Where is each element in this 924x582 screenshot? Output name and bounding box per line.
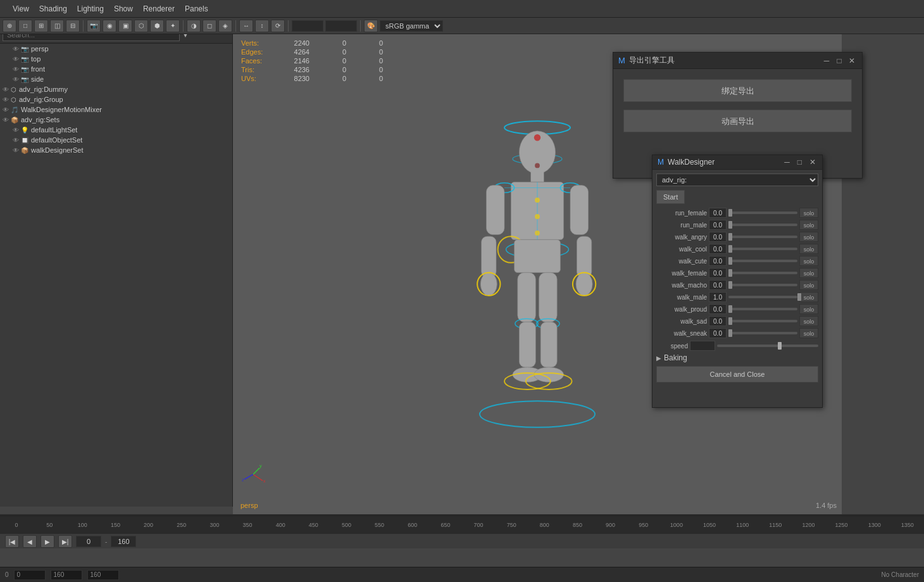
timeline-next-btn[interactable]: ▶| [58, 535, 72, 548]
toolbar-btn-10[interactable]: ✦ [166, 20, 180, 32]
wd-slider-val-0[interactable] [709, 208, 727, 218]
wd-solo-btn-4[interactable]: solo [799, 256, 818, 266]
wd-slider-val-10[interactable] [709, 328, 727, 338]
outliner-item[interactable]: 👁📷top [0, 54, 232, 64]
wd-slider-val-8[interactable] [709, 304, 727, 314]
outliner-item[interactable]: 👁📦walkDesignerSet [0, 145, 232, 155]
outliner-item[interactable]: 👁⬡adv_rig:Dummy [0, 84, 232, 94]
ruler-tick: 900 [594, 522, 627, 528]
wd-solo-btn-7[interactable]: solo [799, 292, 818, 302]
verts-value: 2240 [278, 39, 309, 47]
wd-slider-track-4[interactable] [728, 260, 797, 262]
wd-speed-slider[interactable] [717, 345, 818, 347]
export-close-btn[interactable]: ✕ [847, 56, 857, 66]
toolbar-btn-wire[interactable]: ◻ [203, 20, 216, 32]
outliner-item[interactable]: 👁💡defaultLightSet [0, 125, 232, 135]
toolbar-btn-3[interactable]: ⊞ [34, 20, 48, 32]
walkdesigner-minimize-btn[interactable]: ─ [783, 158, 791, 167]
wd-slider-val-2[interactable] [709, 232, 727, 242]
toolbar-btn-8[interactable]: ⬡ [134, 20, 148, 32]
wd-cancel-close-button[interactable]: Cancel and Close [656, 366, 818, 383]
walkdesigner-maximize-btn[interactable]: □ [796, 158, 803, 167]
wd-start-button[interactable]: Start [656, 190, 685, 204]
toolbar-btn-9[interactable]: ⬢ [150, 20, 164, 32]
viewport-menu-show[interactable]: Show [109, 3, 138, 15]
outliner-item[interactable]: 👁🔲defaultObjectSet [0, 135, 232, 145]
wd-slider-track-6[interactable] [728, 284, 797, 286]
wd-solo-btn-2[interactable]: solo [799, 232, 818, 242]
wd-speed-input[interactable]: 1.00 [690, 341, 715, 351]
outliner-item[interactable]: 👁📷persp [0, 44, 232, 54]
wd-slider-track-7[interactable] [728, 296, 797, 298]
wd-slider-val-5[interactable] [709, 268, 727, 278]
toolbar-btn-2[interactable]: □ [18, 20, 32, 32]
wd-slider-val-9[interactable] [709, 316, 727, 326]
toolbar-btn-6[interactable]: ◉ [103, 20, 116, 32]
status-frame-input3[interactable] [87, 570, 119, 580]
wd-slider-track-8[interactable] [728, 308, 797, 310]
export-minimize-btn[interactable]: ─ [821, 56, 832, 66]
toolbar-btn-1[interactable]: ⊕ [3, 20, 16, 32]
outliner-type-icon: 💡 [21, 127, 28, 134]
toolbar-num1[interactable]: 0.00 [292, 20, 323, 32]
wd-slider-val-7[interactable] [709, 292, 727, 302]
toolbar-colormode-icon[interactable]: 🎨 [364, 20, 378, 32]
toolbar-btn-11[interactable]: ↔ [239, 20, 253, 32]
wd-solo-btn-0[interactable]: solo [799, 208, 818, 218]
wd-solo-btn-6[interactable]: solo [799, 280, 818, 290]
wd-slider-val-6[interactable] [709, 280, 727, 290]
outliner-item[interactable]: 👁📷side [0, 74, 232, 84]
wd-solo-btn-10[interactable]: solo [799, 328, 818, 338]
wd-solo-btn-8[interactable]: solo [799, 304, 818, 314]
outliner-item[interactable]: 👁📷front [0, 64, 232, 74]
toolbar-num2[interactable]: 1.00 [325, 20, 357, 32]
walkdesigner-close-btn[interactable]: ✕ [808, 158, 817, 167]
wd-solo-btn-3[interactable]: solo [799, 244, 818, 254]
viewport-menu-lighting[interactable]: Lighting [72, 3, 109, 15]
toolbar-btn-13[interactable]: ⟳ [271, 20, 285, 32]
timeline-play-back-btn[interactable]: ◀ [23, 535, 37, 548]
wd-slider-track-9[interactable] [728, 320, 797, 322]
viewport-menu-shading[interactable]: Shading [34, 3, 72, 15]
animation-export-button[interactable]: 动画导出 [623, 110, 852, 132]
export-window-titlebar[interactable]: M 导出引擎工具 ─ □ ✕ [613, 53, 862, 69]
toolbar-sep-4 [288, 20, 289, 32]
toolbar-btn-shading[interactable]: ◑ [187, 20, 201, 32]
toolbar-btn-7[interactable]: ▣ [118, 20, 132, 32]
walkdesigner-titlebar[interactable]: M WalkDesigner ─ □ ✕ [652, 155, 822, 170]
wd-solo-btn-5[interactable]: solo [799, 268, 818, 278]
wd-solo-btn-9[interactable]: solo [799, 316, 818, 326]
wd-baking-row[interactable]: ▶ Baking [656, 353, 818, 362]
wd-slider-track-10[interactable] [728, 332, 797, 334]
toolbar-btn-smooth[interactable]: ◈ [218, 20, 232, 32]
wd-rig-select[interactable]: adv_rig: [656, 174, 818, 186]
wd-slider-track-0[interactable] [728, 212, 797, 214]
viewport-menu-view[interactable]: View [8, 3, 34, 15]
toolbar-btn-12[interactable]: ↕ [255, 20, 269, 32]
outliner-item[interactable]: 👁⬡adv_rig:Group [0, 94, 232, 104]
wd-slider-val-4[interactable] [709, 256, 727, 266]
wd-slider-track-3[interactable] [728, 248, 797, 250]
timeline-frame-input[interactable] [76, 536, 101, 547]
status-frame-input2[interactable] [51, 570, 82, 580]
outliner-item[interactable]: 👁🎵WalkDesignerMotionMixer [0, 104, 232, 115]
toolbar-btn-4[interactable]: ◫ [50, 20, 64, 32]
timeline-play-btn[interactable]: ▶ [41, 535, 54, 548]
outliner-item[interactable]: 👁📦adv_rig:Sets [0, 115, 232, 125]
wd-slider-track-1[interactable] [728, 224, 797, 226]
wd-solo-btn-1[interactable]: solo [799, 220, 818, 230]
wd-slider-val-1[interactable] [709, 220, 727, 230]
export-maximize-btn[interactable]: □ [834, 56, 844, 66]
bind-export-button[interactable]: 绑定导出 [623, 79, 852, 102]
viewport-menu-panels[interactable]: Panels [180, 3, 213, 15]
toolbar-btn-5[interactable]: ⊟ [66, 20, 80, 32]
wd-slider-val-3[interactable] [709, 244, 727, 254]
wd-slider-track-5[interactable] [728, 272, 797, 274]
toolbar-colormode-select[interactable]: sRGB gamma [380, 20, 443, 32]
timeline-prev-btn[interactable]: |◀ [5, 535, 19, 548]
toolbar-btn-camera[interactable]: 📷 [87, 20, 101, 32]
status-frame-input1[interactable] [14, 570, 46, 580]
timeline-end-frame-input[interactable] [111, 536, 136, 547]
viewport-menu-renderer[interactable]: Renderer [138, 3, 180, 15]
wd-slider-track-2[interactable] [728, 236, 797, 238]
